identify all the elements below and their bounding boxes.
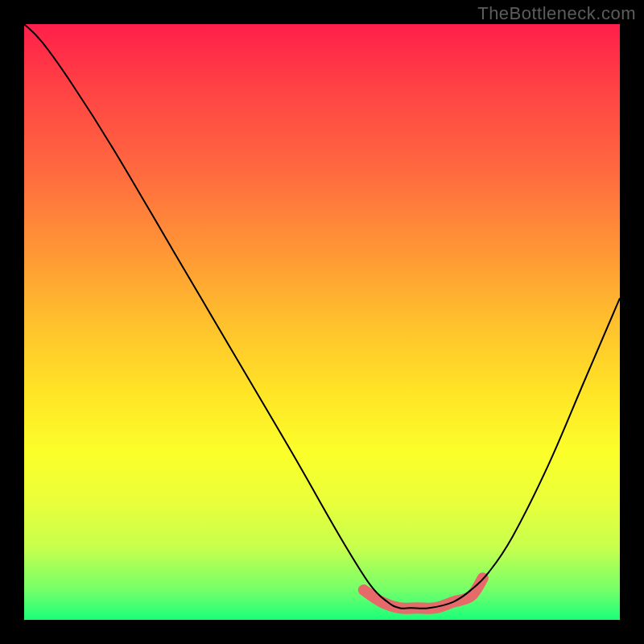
- bottleneck-curve: [24, 24, 620, 609]
- watermark-text: TheBottleneck.com: [477, 3, 636, 24]
- optimal-zone-highlight: [364, 578, 483, 609]
- chart-frame: TheBottleneck.com: [0, 0, 644, 644]
- chart-overlay: [24, 24, 620, 620]
